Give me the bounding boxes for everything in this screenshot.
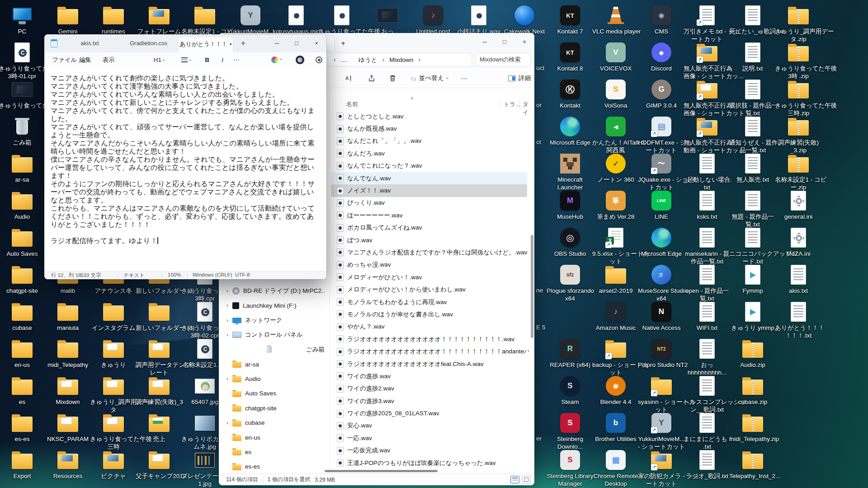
desktop-icon[interactable]: sfzPlogue sforzandox64: [547, 264, 594, 302]
desktop-icon[interactable]: おっhhhhhhhhhh...: [684, 338, 731, 376]
desktop-icon[interactable]: ◀かんたん！AITalk 3関西風: [592, 116, 639, 154]
desktop-icon[interactable]: きゅうり食ってた午後三時.zip: [775, 79, 822, 117]
desktop-icon[interactable]: es-es: [0, 412, 46, 443]
desktop-icon[interactable]: ☻Discord: [638, 42, 685, 72]
desktop-icon[interactable]: 調声練習(失敗)_3: [136, 375, 183, 406]
desktop-icon[interactable]: cubase.zip: [729, 375, 776, 406]
desktop-icon[interactable]: bBrother Utilities: [592, 412, 639, 443]
file-row[interactable]: ラジオオオオオオオオオオオオオ！！！！！！！！！！.wav: [331, 333, 527, 345]
desktop-icon[interactable]: NNative Access: [638, 301, 685, 332]
desktop-icon[interactable]: Export: [0, 449, 46, 480]
file-row[interactable]: やかん？.wav: [331, 321, 527, 333]
nav-item-chatgpt-site[interactable]: chatgpt-site: [222, 401, 325, 415]
desktop-icon[interactable]: ♬MuseScore Studiox64: [638, 264, 685, 302]
desktop-icon[interactable]: ピクチャ: [90, 449, 137, 480]
desktop-icon[interactable]: Resources: [44, 449, 91, 480]
settings-gear-icon[interactable]: [316, 56, 322, 63]
nav-item-Auto Saves[interactable]: Auto Saves: [222, 387, 325, 400]
desktop-icon[interactable]: MoZA.ini: [775, 227, 822, 258]
desktop-icon[interactable]: ◉CMS: [638, 5, 685, 35]
menu-view[interactable]: 表示: [99, 55, 119, 66]
desktop-icon[interactable]: きゅうり.ymmp: [729, 301, 776, 332]
zoom-level[interactable]: 100%: [168, 272, 181, 277]
desktop-icon[interactable]: ar-sa: [0, 153, 46, 183]
nav-item-Launchkey Mini (F:)[interactable]: ›Launchkey Mini (F:): [222, 299, 325, 312]
desktop-icon[interactable]: ▦Chrome RemoteDesktop: [592, 449, 639, 488]
file-row[interactable]: ラジオオオオオオオオオオオオオ！！！！！！！！！！andanteバージョン.wa…: [331, 345, 527, 357]
desktop-icon[interactable]: Fymmp: [729, 264, 776, 295]
desktop-icon[interactable]: YYukkuriMovieM...- ショートカット: [638, 412, 685, 450]
desktop-icon[interactable]: きゅうり_調声用データ: [90, 375, 137, 413]
desktop-icon[interactable]: 筆筆まめ Ver.28: [592, 190, 639, 221]
desktop-icon[interactable]: ♪Untitled.ppsf: [410, 5, 457, 35]
desktop-icon[interactable]: WIFI.txt: [684, 301, 731, 332]
desktop-icon[interactable]: 調声用データテンプレート: [136, 338, 183, 376]
desktop-icon[interactable]: runtimes: [90, 5, 137, 35]
desktop-icon[interactable]: kotusytuaaus.mid: [273, 5, 320, 35]
desktop-icon[interactable]: LINELINE: [638, 190, 685, 221]
file-row[interactable]: ほーーーーーー.wav: [331, 209, 527, 221]
file-row[interactable]: 安心.wav: [331, 420, 527, 432]
file-row[interactable]: びっくり.wav: [331, 197, 527, 209]
desktop-icon[interactable]: 9.5.xlsx - ショートカット: [592, 227, 639, 265]
desktop-icon[interactable]: きゅうり食ってた午後3時 .zip: [775, 42, 822, 80]
desktop-icon[interactable]: manisekarin - 親作品一覧.txt: [684, 227, 731, 265]
desktop-icon[interactable]: MinecraftLauncher: [547, 153, 594, 191]
italic-button[interactable]: I: [217, 55, 228, 66]
desktop-icon[interactable]: 通知うぜえ - 親作品一覧.txt: [729, 116, 776, 154]
desktop-icon[interactable]: ◎OBS Studio: [547, 227, 594, 258]
file-row[interactable]: としとつとしと.wav: [331, 110, 527, 122]
desktop-icon[interactable]: ◉Blender 4.4: [592, 375, 639, 406]
desktop-icon[interactable]: 無人販売不正行為画像 - ショートカッ...: [684, 42, 731, 80]
desktop-icon[interactable]: general.ini: [775, 190, 822, 221]
desktop-icon[interactable]: NT2Piapro Studio NT2: [638, 338, 685, 369]
bold-button[interactable]: B: [202, 55, 212, 66]
desktop-icon[interactable]: 万引きメモ.txt - ショートカット: [684, 5, 731, 43]
copilot-icon[interactable]: [296, 56, 304, 64]
file-row[interactable]: なんでこれになった？.wav: [331, 160, 527, 172]
desktop-icon[interactable]: インスタグラム: [90, 301, 137, 332]
column-header-track[interactable]: トラ...: [504, 100, 520, 108]
file-row[interactable]: なんか既視感.wav: [331, 122, 527, 135]
desktop-icon[interactable]: Telepathy_Inst_2...: [729, 449, 776, 480]
notepad-text-area[interactable]: マニアさんがいてくれて創作の楽しさに気づきました。 マニアさんがいてくれて漢字勉…: [44, 68, 326, 271]
desktop-icon[interactable]: PC: [0, 5, 46, 35]
column-header-name[interactable]: 名前: [346, 100, 358, 108]
desktop-icon[interactable]: きゅうり食ってた午後3時-01.cpr: [0, 42, 46, 80]
desktop-icon[interactable]: フォトフレーム: [136, 5, 183, 35]
file-row[interactable]: メロディーがひどい！から使いまわし.wav: [331, 283, 527, 296]
desktop-icon[interactable]: KTKontakt 7: [547, 5, 594, 35]
file-row[interactable]: ワイの進捗3.wav: [331, 395, 527, 407]
file-row[interactable]: ワイの進捗2.wav: [331, 383, 527, 395]
desktop-icon[interactable]: きゅうり食ってた午後三時: [90, 412, 137, 450]
rename-button[interactable]: A: [342, 72, 355, 84]
nav-item-es[interactable]: es: [222, 445, 325, 459]
breadcrumb-ellipsis[interactable]: …: [340, 56, 348, 63]
nav-item-コントロール パネル[interactable]: ›コントロール パネル: [222, 328, 325, 342]
search-input[interactable]: Mixdownの検索: [476, 53, 531, 66]
desktop-icon[interactable]: RREAPER (x64): [547, 338, 594, 369]
file-row[interactable]: なんでなん.wav: [331, 172, 527, 184]
minimize-button[interactable]: ─: [475, 33, 495, 51]
desktop-icon[interactable]: es: [0, 375, 46, 406]
desktop-icon[interactable]: NKSC_PARAM: [44, 412, 91, 443]
desktop-icon[interactable]: ニコニコバックアップロード.txt: [729, 227, 776, 265]
desktop-icon[interactable]: 家の防犯カメラ - ショートカット: [638, 449, 685, 488]
file-row[interactable]: メロディーがひどい！.wav: [331, 271, 527, 283]
desktop-icon[interactable]: 無人販売不正行為画像 - ショートカット: [684, 79, 731, 117]
file-row[interactable]: ボカロ風ってムズイね.wav: [331, 222, 527, 234]
desktop-icon[interactable]: akis.txt: [775, 264, 822, 295]
file-row[interactable]: なんだろ.wav: [331, 147, 527, 160]
desktop-icon[interactable]: 無題 - 親作品一覧.txt: [729, 190, 776, 228]
file-row[interactable]: モノラルでもわかるように再現.wav: [331, 296, 527, 308]
desktop-icon[interactable]: 説明.txt: [729, 42, 776, 72]
file-row[interactable]: ラジオオオオオオオオオオオオオfeat.Chis-A.wav: [331, 358, 527, 370]
desktop-icon[interactable]: 売上: [136, 412, 183, 443]
file-row[interactable]: マニアさんラジオ配信まだですか？中身には関係ないけど。.wav: [331, 246, 527, 258]
tab-akis-txt[interactable]: akis.txt: [61, 34, 118, 52]
file-row[interactable]: ぼつ.wav: [331, 234, 527, 246]
color-wheel-icon[interactable]: [271, 56, 278, 63]
file-row[interactable]: ノイズ！！.wav: [331, 184, 527, 197]
large-icons-view-button[interactable]: [522, 476, 531, 483]
desktop-icon[interactable]: midi_Telepathy: [44, 338, 91, 369]
